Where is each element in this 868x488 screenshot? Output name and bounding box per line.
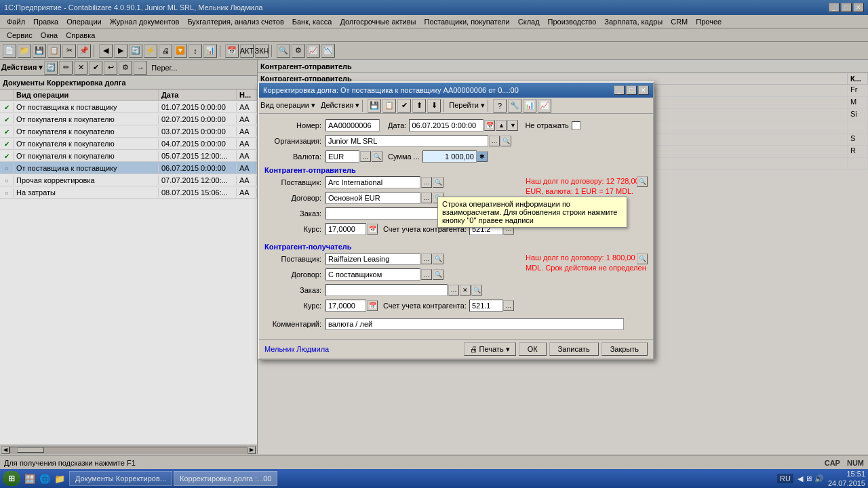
receiver-rate-input[interactable] (326, 300, 366, 312)
modal-minimize[interactable]: _ (614, 85, 625, 95)
currency-input[interactable] (326, 150, 359, 163)
receiver-order-search[interactable]: 🔍 (471, 285, 482, 296)
receiver-rate-label: Курс: (264, 302, 326, 310)
org-browse-btn[interactable]: … (489, 136, 500, 146)
cur-search-btn[interactable]: 🔍 (372, 151, 382, 162)
sender-supplier-search[interactable]: 🔍 (433, 177, 443, 188)
date-calendar-btn[interactable]: 📅 (484, 120, 495, 131)
org-label: Организация: (264, 137, 326, 145)
modal-optype-btn[interactable]: Вид операции ▾ (260, 101, 315, 110)
receiver-supplier-label: Поставщик: (264, 255, 326, 263)
row-number-date: Номер: Дата: 📅 ▲ ▼ Не отражать (264, 119, 648, 131)
org-search-btn[interactable]: 🔍 (500, 136, 511, 146)
receiver-supplier-group: … 🔍 (326, 253, 443, 265)
receiver-contract-search[interactable]: 🔍 (433, 269, 443, 280)
modal-save[interactable]: 💾 (368, 99, 381, 113)
comment-row: Комментарий: (264, 318, 648, 330)
print-dropdown-icon[interactable]: ▾ (506, 345, 510, 354)
modal-title-bar: Корректировка долга: От поставщика к пос… (259, 83, 653, 98)
sender-supplier-group: … 🔍 (326, 176, 443, 188)
receiver-left: Поставщик: … 🔍 Договор: … 🔍 (264, 253, 520, 315)
modal-navigate-btn[interactable]: Перейти ▾ (449, 101, 485, 110)
modal-help[interactable]: ? (493, 99, 507, 113)
modal-title-buttons: _ □ ✕ (614, 85, 649, 95)
receiver-account-label: Счет учета контрагента: (383, 302, 467, 310)
currency-label: Валюта: (264, 152, 326, 161)
date-label: Дата: (388, 121, 406, 129)
sender-contract-browse[interactable]: … (421, 192, 432, 203)
date-down-btn[interactable]: ▼ (507, 120, 518, 131)
modal-sep2 (443, 100, 446, 112)
no-reflect-label: Не отражать (525, 121, 568, 129)
no-reflect-checkbox[interactable] (572, 121, 580, 130)
receiver-contract-label: Договор: (264, 270, 326, 279)
sum-extra-btn[interactable]: ✱ (477, 151, 488, 162)
sender-order-input[interactable] (326, 207, 448, 220)
close-modal-button[interactable]: Закрыть (601, 342, 648, 356)
modal-chart[interactable]: 📈 (538, 99, 551, 113)
modal-actions-btn[interactable]: Действия ▾ (321, 101, 359, 110)
receiver-debt-search[interactable]: 🔍 (637, 253, 648, 264)
receiver-supplier-search[interactable]: 🔍 (433, 253, 443, 264)
comment-input[interactable] (326, 318, 624, 330)
org-input[interactable] (326, 135, 488, 147)
modal-post[interactable]: ✔ (397, 99, 411, 113)
receiver-contract-group: … 🔍 (326, 268, 443, 281)
receiver-section-header: Контрагент-получатель (264, 243, 648, 251)
receiver-rate-cal[interactable]: 📅 (367, 300, 378, 311)
ok-button[interactable]: ОК (519, 342, 547, 356)
receiver-contract-browse[interactable]: … (421, 269, 432, 280)
receiver-area: Поставщик: … 🔍 Договор: … 🔍 (264, 253, 648, 315)
sender-supplier-browse[interactable]: … (421, 177, 432, 188)
modal-sep1 (362, 100, 365, 112)
sender-debt-search[interactable]: 🔍 (637, 176, 648, 187)
modal-copy[interactable]: 📋 (382, 99, 396, 113)
sender-contract-input[interactable] (326, 192, 420, 204)
modal-close-btn[interactable]: ✕ (638, 85, 649, 95)
receiver-supplier-browse[interactable]: … (421, 253, 432, 264)
debt-tooltip: Строка оперативной информации по взаимор… (437, 197, 627, 228)
modal-report[interactable]: 📊 (523, 99, 536, 113)
receiver-order-input[interactable] (326, 284, 448, 296)
receiver-order-clear[interactable]: ✕ (460, 285, 471, 296)
date-input[interactable] (409, 119, 484, 131)
receiver-rate-row: Курс: 📅 Счет учета контрагента: … (264, 300, 520, 312)
currency-field-group: … 🔍 (326, 150, 382, 163)
modal-title-text: Корректировка долга: От поставщика к пос… (263, 86, 519, 94)
receiver-order-browse[interactable]: … (448, 285, 459, 296)
sum-input[interactable] (422, 150, 477, 163)
print-label: Печать (479, 345, 504, 353)
receiver-account-input[interactable] (469, 300, 503, 312)
modal-up[interactable]: ⬆ (412, 99, 426, 113)
receiver-contract-input[interactable] (326, 268, 420, 281)
sender-contract-label: Договор: (264, 194, 326, 202)
org-field-group: … 🔍 (326, 135, 511, 147)
print-button[interactable]: 🖨 Печать ▾ (464, 342, 516, 356)
receiver-supplier-row: Поставщик: … 🔍 (264, 253, 520, 265)
modal-settings[interactable]: 🔧 (508, 99, 521, 113)
author-link[interactable]: Мельник Людмила (264, 345, 329, 353)
modal-footer: Мельник Людмила 🖨 Печать ▾ ОК Записать З… (259, 339, 653, 359)
receiver-debt-area: Наш долг по договору: 1 800,00 MDL. Срок… (526, 253, 648, 315)
comment-label: Комментарий: (264, 320, 326, 328)
modal-maximize[interactable]: □ (626, 85, 637, 95)
tooltip-text: Строка оперативной информации по взаимор… (442, 200, 617, 224)
date-up-btn[interactable]: ▲ (496, 120, 507, 131)
sender-supplier-row: Поставщик: … 🔍 (264, 176, 520, 188)
sender-rate-input[interactable] (326, 223, 366, 235)
receiver-supplier-input[interactable] (326, 253, 420, 265)
sender-supplier-input[interactable] (326, 176, 420, 188)
modal-body: Номер: Дата: 📅 ▲ ▼ Не отражать Организац… (259, 114, 653, 339)
receiver-account-browse[interactable]: … (503, 300, 514, 311)
receiver-order-group: … ✕ 🔍 (326, 284, 482, 296)
modal-sep3 (488, 100, 490, 112)
date-field-group: 📅 ▲ ▼ (409, 119, 518, 131)
number-input[interactable] (326, 119, 380, 131)
footer-buttons: 🖨 Печать ▾ ОК Записать Закрыть (464, 342, 648, 356)
save-button[interactable]: Записать (549, 342, 599, 356)
cur-browse-btn[interactable]: … (360, 151, 371, 162)
modal-down[interactable]: ⬇ (427, 99, 441, 113)
sender-rate-cal[interactable]: 📅 (367, 224, 378, 235)
sender-supplier-label: Поставщик: (264, 178, 326, 186)
sender-contract-group: … 🔍 (326, 192, 443, 204)
